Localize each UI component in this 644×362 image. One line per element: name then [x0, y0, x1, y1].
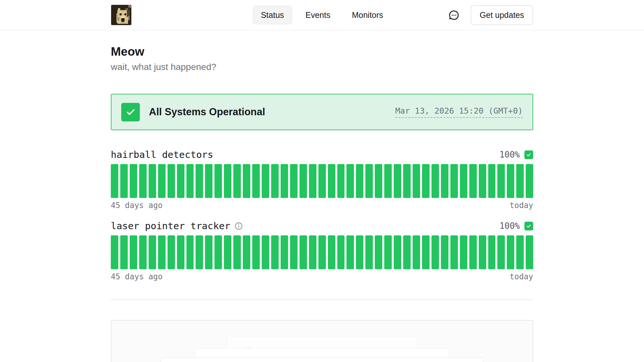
uptime-bar[interactable]: [497, 164, 505, 198]
uptime-bar[interactable]: [507, 164, 514, 198]
site-logo[interactable]: [111, 5, 132, 25]
uptime-bar[interactable]: [139, 235, 147, 269]
monitor-section: hairball detectors 100% 45 days ago toda…: [111, 149, 533, 210]
uptime-bar[interactable]: [158, 235, 166, 269]
uptime-bar[interactable]: [432, 164, 439, 198]
uptime-bar[interactable]: [441, 235, 448, 269]
uptime-bar[interactable]: [224, 235, 231, 269]
uptime-bar[interactable]: [243, 164, 250, 198]
uptime-bar[interactable]: [497, 235, 505, 269]
uptime-bar[interactable]: [186, 164, 194, 198]
uptime-bar[interactable]: [337, 235, 345, 269]
uptime-bar[interactable]: [149, 235, 156, 269]
uptime-bar[interactable]: [318, 235, 326, 269]
uptime-bar[interactable]: [526, 164, 533, 198]
uptime-bar[interactable]: [309, 164, 316, 198]
uptime-bar[interactable]: [375, 235, 382, 269]
uptime-bar[interactable]: [149, 164, 156, 198]
uptime-bar[interactable]: [365, 235, 373, 269]
uptime-bar[interactable]: [252, 235, 260, 269]
uptime-bar[interactable]: [177, 235, 184, 269]
uptime-bar[interactable]: [177, 164, 184, 198]
uptime-bar[interactable]: [120, 235, 128, 269]
pixel-cat-logo-icon: [111, 5, 131, 25]
uptime-bar[interactable]: [233, 164, 241, 198]
uptime-bar[interactable]: [394, 164, 401, 198]
uptime-bar[interactable]: [356, 235, 363, 269]
uptime-bar[interactable]: [186, 235, 194, 269]
uptime-bar[interactable]: [328, 235, 335, 269]
uptime-bar[interactable]: [233, 235, 241, 269]
uptime-bar[interactable]: [281, 164, 288, 198]
uptime-bar[interactable]: [346, 235, 354, 269]
uptime-bar[interactable]: [346, 164, 354, 198]
uptime-bar[interactable]: [488, 235, 496, 269]
uptime-bar[interactable]: [403, 164, 411, 198]
uptime-bar[interactable]: [252, 164, 260, 198]
uptime-bar[interactable]: [271, 235, 279, 269]
uptime-bar[interactable]: [290, 235, 298, 269]
uptime-bar[interactable]: [168, 164, 175, 198]
feedback-button[interactable]: [447, 8, 461, 22]
uptime-bar[interactable]: [413, 164, 420, 198]
uptime-bar[interactable]: [205, 164, 212, 198]
uptime-bar[interactable]: [318, 164, 326, 198]
uptime-bar[interactable]: [262, 235, 269, 269]
uptime-bar[interactable]: [469, 235, 477, 269]
uptime-bar[interactable]: [394, 235, 401, 269]
uptime-bar[interactable]: [526, 235, 533, 269]
uptime-bar[interactable]: [460, 164, 467, 198]
uptime-bar[interactable]: [403, 235, 411, 269]
uptime-bar[interactable]: [214, 235, 222, 269]
info-icon[interactable]: [234, 221, 243, 230]
uptime-bar[interactable]: [516, 235, 524, 269]
uptime-bar[interactable]: [120, 164, 128, 198]
uptime-bar[interactable]: [205, 235, 212, 269]
uptime-bar[interactable]: [300, 164, 307, 198]
uptime-bar[interactable]: [450, 164, 458, 198]
uptime-bar[interactable]: [111, 164, 118, 198]
uptime-bar[interactable]: [139, 164, 147, 198]
uptime-bar[interactable]: [196, 164, 203, 198]
uptime-bar[interactable]: [328, 164, 335, 198]
uptime-bar[interactable]: [375, 164, 382, 198]
uptime-bar[interactable]: [384, 164, 392, 198]
tab-monitors[interactable]: Monitors: [344, 6, 391, 24]
uptime-bar[interactable]: [196, 235, 203, 269]
tab-status[interactable]: Status: [253, 6, 292, 24]
uptime-bar[interactable]: [365, 164, 373, 198]
uptime-bar[interactable]: [441, 164, 448, 198]
uptime-bar[interactable]: [130, 235, 137, 269]
uptime-bar[interactable]: [384, 235, 392, 269]
uptime-bar[interactable]: [450, 235, 458, 269]
uptime-bar[interactable]: [432, 235, 439, 269]
uptime-bar[interactable]: [290, 164, 298, 198]
uptime-bar[interactable]: [243, 235, 250, 269]
uptime-bar[interactable]: [469, 164, 477, 198]
uptime-bar[interactable]: [300, 235, 307, 269]
uptime-bar[interactable]: [309, 235, 316, 269]
uptime-bar[interactable]: [337, 164, 345, 198]
uptime-bar[interactable]: [460, 235, 467, 269]
uptime-bar[interactable]: [479, 164, 486, 198]
uptime-bar[interactable]: [262, 164, 269, 198]
uptime-bar[interactable]: [224, 164, 231, 198]
status-timestamp[interactable]: Mar 13, 2026 15:20 (GMT+0): [395, 106, 523, 118]
uptime-bar[interactable]: [356, 164, 363, 198]
uptime-bar[interactable]: [158, 164, 166, 198]
uptime-bar[interactable]: [130, 164, 137, 198]
uptime-bar[interactable]: [422, 164, 430, 198]
uptime-bar[interactable]: [271, 164, 279, 198]
uptime-bar[interactable]: [281, 235, 288, 269]
get-updates-button[interactable]: Get updates: [471, 5, 533, 25]
uptime-bar[interactable]: [479, 235, 486, 269]
uptime-bar[interactable]: [168, 235, 175, 269]
uptime-bar[interactable]: [214, 164, 222, 198]
uptime-bar[interactable]: [516, 164, 524, 198]
uptime-bar[interactable]: [111, 235, 118, 269]
tab-events[interactable]: Events: [297, 6, 338, 24]
uptime-bar[interactable]: [488, 164, 496, 198]
uptime-bar[interactable]: [422, 235, 430, 269]
uptime-bar[interactable]: [507, 235, 514, 269]
uptime-bar[interactable]: [413, 235, 420, 269]
